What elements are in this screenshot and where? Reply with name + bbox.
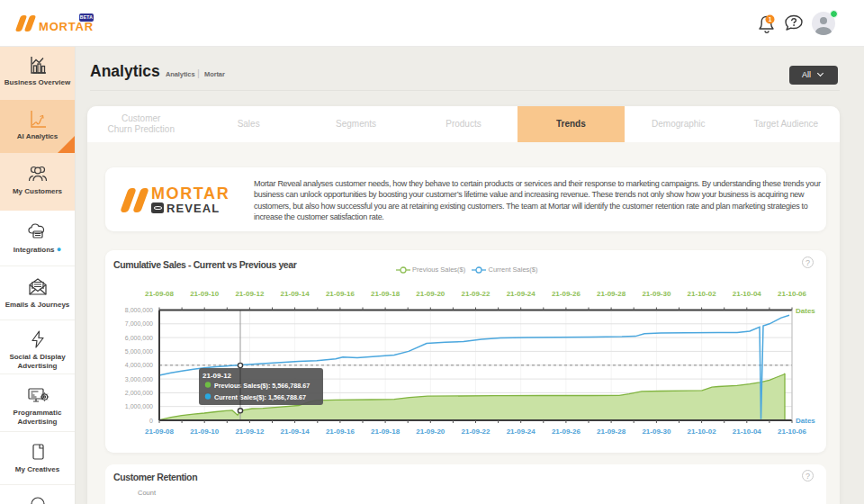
svg-text:21-09-24: 21-09-24 <box>507 290 536 298</box>
svg-text:Dates: Dates <box>796 417 815 425</box>
svg-text:1,000,000: 1,000,000 <box>125 403 153 410</box>
svg-text:5,000,000: 5,000,000 <box>125 348 153 355</box>
svg-text:21-09-30: 21-09-30 <box>642 290 671 298</box>
svg-text:21-09-12: 21-09-12 <box>235 290 265 298</box>
svg-text:21-09-22: 21-09-22 <box>461 428 490 436</box>
svg-text:Previous Sales($): 5,566,788.6: Previous Sales($): 5,566,788.67 <box>214 382 310 390</box>
svg-text:4,000,000: 4,000,000 <box>125 362 153 368</box>
svg-text:21-09-24: 21-09-24 <box>507 428 536 436</box>
svg-text:21-09-20: 21-09-20 <box>416 290 446 298</box>
svg-text:6,000,000: 6,000,000 <box>125 335 153 341</box>
svg-text:21-09-18: 21-09-18 <box>371 290 400 298</box>
svg-text:21-09-20: 21-09-20 <box>416 428 446 436</box>
svg-text:Dates: Dates <box>796 307 815 315</box>
svg-text:1: 1 <box>769 16 772 22</box>
svg-text:21-10-06: 21-10-06 <box>778 428 807 436</box>
svg-text:21-10-04: 21-10-04 <box>733 428 762 436</box>
svg-text:2,000,000: 2,000,000 <box>125 390 153 396</box>
svg-text:21-09-08: 21-09-08 <box>145 428 175 436</box>
svg-text:21-09-28: 21-09-28 <box>597 290 626 298</box>
svg-text:21-10-02: 21-10-02 <box>688 428 717 436</box>
svg-text:21-09-30: 21-09-30 <box>642 428 671 436</box>
svg-text:21-09-14: 21-09-14 <box>281 290 310 298</box>
svg-text:21-09-14: 21-09-14 <box>281 428 310 436</box>
svg-text:0: 0 <box>149 418 153 424</box>
svg-text:21-09-16: 21-09-16 <box>326 428 356 436</box>
svg-text:7,000,000: 7,000,000 <box>125 320 153 327</box>
svg-text:21-09-12: 21-09-12 <box>202 372 232 380</box>
svg-text:21-09-12: 21-09-12 <box>235 428 265 436</box>
svg-text:21-09-26: 21-09-26 <box>552 428 581 436</box>
svg-text:21-09-16: 21-09-16 <box>326 290 356 298</box>
svg-text:21-09-18: 21-09-18 <box>371 428 400 436</box>
svg-text:21-09-08: 21-09-08 <box>145 290 175 298</box>
svg-text:21-09-22: 21-09-22 <box>461 290 490 298</box>
svg-text:21-09-28: 21-09-28 <box>597 428 626 436</box>
svg-text:21-09-10: 21-09-10 <box>190 428 220 436</box>
svg-text:21-10-06: 21-10-06 <box>778 290 807 298</box>
svg-text:21-09-26: 21-09-26 <box>552 290 581 298</box>
svg-text:8,000,000: 8,000,000 <box>125 307 153 313</box>
svg-text:3,000,000: 3,000,000 <box>125 376 153 382</box>
svg-text:Current Sales($): 1,566,788.67: Current Sales($): 1,566,788.67 <box>214 393 306 401</box>
svg-text:21-10-02: 21-10-02 <box>688 290 717 298</box>
svg-text:21-10-04: 21-10-04 <box>733 290 762 298</box>
svg-text:21-09-10: 21-09-10 <box>190 290 220 298</box>
